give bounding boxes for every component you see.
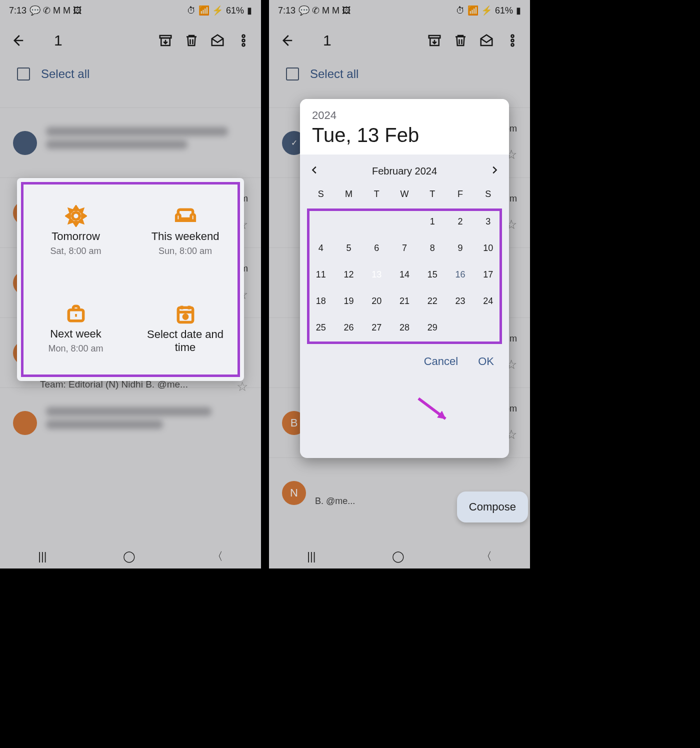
calendar-week: 18192021222324: [300, 288, 509, 314]
calendar-day[interactable]: 9: [446, 235, 474, 262]
svg-point-12: [512, 40, 514, 42]
svg-point-4: [242, 44, 245, 46]
calendar-day[interactable]: 26: [335, 314, 363, 341]
back-icon[interactable]: [278, 32, 295, 49]
status-bar: 7:13 💬 ✆ M M 🖼 ⏱ 📶 ⚡ 61% ▮: [269, 0, 530, 21]
calendar-day[interactable]: 3: [474, 208, 502, 235]
nav-home[interactable]: ◯: [392, 550, 404, 563]
battery-icon: ▮: [247, 5, 252, 16]
date-picker: 2024 Tue, 13 Feb February 2024 SMTWTFS 1…: [300, 99, 509, 458]
calendar-day[interactable]: 15: [418, 262, 446, 288]
calendar-day[interactable]: 18: [307, 288, 335, 314]
phone-right: 7:13 💬 ✆ M M 🖼 ⏱ 📶 ⚡ 61% ▮ 1 Select all …: [269, 0, 530, 568]
android-nav: ||| ◯ 〈: [0, 544, 261, 568]
select-all-label: Select all: [310, 67, 358, 81]
annotation-box: [21, 182, 240, 377]
star-icon[interactable]: ☆: [236, 379, 248, 394]
calendar-day[interactable]: 29: [418, 314, 446, 341]
calendar-week: 2526272829: [300, 314, 509, 341]
nav-back[interactable]: 〈: [481, 549, 492, 564]
select-all-label: Select all: [41, 67, 90, 81]
status-bar: 7:13 💬 ✆ M M 🖼 ⏱ 📶 ⚡ 61% ▮: [0, 0, 261, 21]
calendar-day[interactable]: 7: [390, 235, 418, 262]
calendar-day[interactable]: 20: [362, 288, 390, 314]
nav-recents[interactable]: |||: [38, 550, 46, 563]
notif-icons: 💬 ✆ M M 🖼: [30, 5, 82, 16]
back-icon[interactable]: [9, 32, 26, 49]
dow-row: SMTWTFS: [300, 183, 509, 208]
snooze-popover: Tomorrow Sat, 8:00 am This weekend Sun, …: [17, 178, 244, 381]
calendar-day[interactable]: 11: [307, 262, 335, 288]
svg-point-13: [512, 44, 514, 46]
month-label: February 2024: [372, 166, 437, 177]
picker-header: 2024 Tue, 13 Feb: [300, 99, 509, 154]
select-all-row[interactable]: Select all: [0, 60, 261, 88]
calendar-day[interactable]: 16: [446, 262, 474, 288]
more-icon[interactable]: [504, 32, 521, 49]
calendar-day[interactable]: 25: [307, 314, 335, 341]
calendar-day[interactable]: 19: [335, 288, 363, 314]
compose-button[interactable]: Compose: [457, 492, 528, 522]
cancel-button[interactable]: Cancel: [424, 355, 458, 368]
calendar-day[interactable]: 23: [446, 288, 474, 314]
nav-recents[interactable]: |||: [307, 550, 316, 563]
calendar-day[interactable]: 17: [474, 262, 502, 288]
calendar-day[interactable]: 22: [418, 288, 446, 314]
trash-icon[interactable]: [452, 32, 469, 49]
select-all-row[interactable]: Select all: [269, 60, 530, 88]
android-nav: ||| ◯ 〈: [269, 544, 530, 568]
toolbar: 1: [269, 21, 530, 60]
calendar-day[interactable]: 27: [362, 314, 390, 341]
sys-icons: ⏱ 📶 ⚡: [187, 5, 223, 16]
status-battery: 61%: [495, 6, 513, 16]
calendar-day[interactable]: 21: [390, 288, 418, 314]
calendar-day[interactable]: 10: [474, 235, 502, 262]
month-nav: February 2024: [300, 154, 509, 183]
status-time: 7:13: [9, 6, 26, 16]
calendar-day[interactable]: 5: [335, 235, 363, 262]
calendar-day[interactable]: 6: [362, 235, 390, 262]
calendar-day[interactable]: 4: [307, 235, 335, 262]
calendar-week: 123: [300, 208, 509, 235]
ok-button[interactable]: OK: [478, 355, 494, 368]
mail-open-icon[interactable]: [209, 32, 226, 49]
toolbar: 1: [0, 21, 261, 60]
picker-date-label: Tue, 13 Feb: [312, 124, 497, 146]
nav-back[interactable]: 〈: [212, 549, 223, 564]
sys-icons: ⏱ 📶 ⚡: [456, 5, 492, 16]
calendar-day[interactable]: 8: [418, 235, 446, 262]
calendar-week: 45678910: [300, 235, 509, 262]
calendar-day[interactable]: 13: [362, 262, 390, 288]
svg-point-11: [512, 35, 514, 38]
archive-icon[interactable]: [426, 32, 443, 49]
nav-home[interactable]: ◯: [123, 550, 136, 563]
select-all-checkbox[interactable]: [17, 68, 30, 80]
calendar-week: 11121314151617: [300, 262, 509, 288]
more-icon[interactable]: [235, 32, 252, 49]
selection-count: 1: [54, 32, 148, 49]
selection-count: 1: [323, 32, 417, 49]
calendar-day[interactable]: 14: [390, 262, 418, 288]
next-month-icon[interactable]: [489, 164, 500, 178]
prev-month-icon[interactable]: [309, 164, 320, 178]
calendar-grid: 1234567891011121314151617181920212223242…: [300, 208, 509, 341]
picker-actions: Cancel OK: [300, 345, 509, 378]
status-time: 7:13: [278, 6, 296, 16]
svg-point-3: [242, 40, 245, 42]
calendar-day[interactable]: 24: [474, 288, 502, 314]
calendar-day[interactable]: 28: [390, 314, 418, 341]
calendar-day[interactable]: 12: [335, 262, 363, 288]
archive-icon[interactable]: [157, 32, 174, 49]
notif-icons: 💬 ✆ M M 🖼: [298, 5, 351, 16]
mail-open-icon[interactable]: [478, 32, 495, 49]
trash-icon[interactable]: [183, 32, 200, 49]
calendar-day[interactable]: 1: [418, 208, 446, 235]
picker-year[interactable]: 2024: [312, 109, 497, 122]
calendar-day[interactable]: 2: [446, 208, 474, 235]
status-battery: 61%: [226, 6, 244, 16]
phone-left: 7:13 💬 ✆ M M 🖼 ⏱ 📶 ⚡ 61% ▮ 1 Select all …: [0, 0, 261, 568]
battery-icon: ▮: [516, 5, 521, 16]
svg-point-2: [242, 35, 245, 38]
select-all-checkbox[interactable]: [286, 68, 299, 80]
annotation-arrow: [414, 394, 459, 429]
